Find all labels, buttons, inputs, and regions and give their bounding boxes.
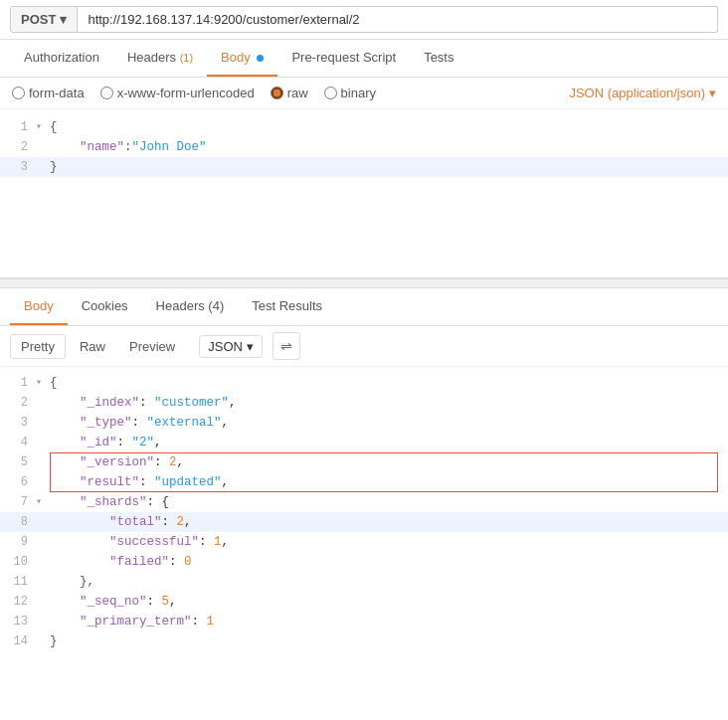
res-line-13: 13 "_primary_term": 1 [0, 612, 728, 631]
res-line-5: 5 "_version": 2, [0, 452, 728, 472]
res-line-9: 9 "successful": 1, [0, 532, 728, 552]
headers-badge: (1) [180, 52, 193, 64]
top-bar: POST ▾ [0, 0, 728, 40]
response-tab-body[interactable]: Body [10, 288, 68, 325]
tab-tests[interactable]: Tests [410, 40, 467, 77]
res-line-10: 10 "failed": 0 [0, 552, 728, 572]
method-arrow: ▾ [60, 12, 67, 27]
url-input[interactable] [78, 6, 718, 33]
res-line-8: 8 "total": 2, [0, 512, 728, 532]
tab-pre-request[interactable]: Pre-request Script [277, 40, 410, 77]
res-line-4: 4 "_id": "2", [0, 433, 728, 452]
option-binary[interactable]: binary [324, 86, 376, 100]
red-box-container: 5 "_version": 2, 6 "result": "updated", [0, 452, 728, 492]
res-line-7: 7 ▾ "_shards": { [0, 492, 728, 512]
response-tab-headers[interactable]: Headers (4) [142, 288, 239, 325]
option-urlencoded[interactable]: x-www-form-urlencoded [100, 86, 255, 100]
response-code-viewer: 1 ▾ { 2 "_index": "customer", 3 "_type":… [0, 367, 728, 657]
format-chevron: ▾ [247, 339, 254, 354]
response-nav-tabs: Body Cookies Headers (4) Test Results [0, 288, 728, 326]
request-code-editor[interactable]: 1 ▾ { 2 "name":"John Doe" 3 } [0, 109, 728, 278]
body-dot [257, 55, 264, 62]
response-tab-test-results[interactable]: Test Results [238, 288, 336, 325]
req-line-1: 1 ▾ { [0, 117, 728, 137]
tab-authorization[interactable]: Authorization [10, 40, 113, 77]
format-pretty[interactable]: Pretty [10, 334, 66, 359]
json-type-select[interactable]: JSON (application/json) ▾ [569, 86, 716, 100]
option-raw[interactable]: raw [271, 86, 308, 100]
res-line-12: 12 "_seq_no": 5, [0, 592, 728, 612]
option-form-data[interactable]: form-data [12, 86, 85, 100]
req-line-3: 3 } [0, 157, 728, 177]
req-line-2: 2 "name":"John Doe" [0, 137, 728, 157]
format-raw[interactable]: Raw [70, 335, 115, 358]
res-line-11: 11 }, [0, 572, 728, 592]
request-nav-tabs: Authorization Headers (1) Body Pre-reque… [0, 40, 728, 78]
section-divider [0, 278, 728, 288]
method-dropdown[interactable]: POST ▾ [10, 6, 78, 33]
tab-body[interactable]: Body [207, 40, 277, 77]
wrap-icon[interactable]: ⇌ [273, 332, 300, 360]
response-format-select[interactable]: JSON ▾ [199, 335, 263, 358]
format-preview[interactable]: Preview [119, 335, 185, 358]
res-line-2: 2 "_index": "customer", [0, 393, 728, 413]
method-label: POST [21, 12, 56, 27]
format-bar: Pretty Raw Preview JSON ▾ ⇌ [0, 326, 728, 367]
res-line-1: 1 ▾ { [0, 373, 728, 393]
response-tab-cookies[interactable]: Cookies [68, 288, 142, 325]
body-options: form-data x-www-form-urlencoded raw bina… [0, 78, 728, 109]
res-line-6: 6 "result": "updated", [0, 472, 728, 492]
json-chevron: ▾ [709, 86, 716, 100]
tab-headers[interactable]: Headers (1) [113, 40, 207, 77]
res-line-14: 14 } [0, 631, 728, 651]
res-line-3: 3 "_type": "external", [0, 413, 728, 433]
